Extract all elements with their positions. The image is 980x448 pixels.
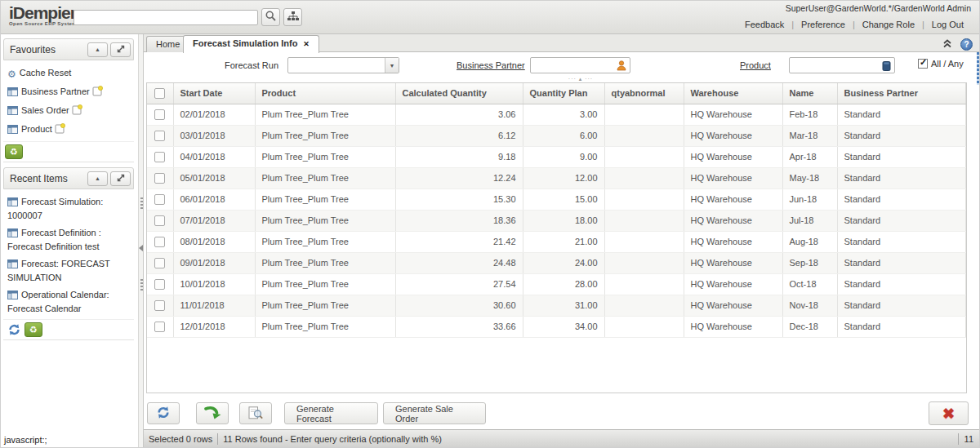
recent-item[interactable]: Forecast: FORECAST SIMULATION bbox=[6, 255, 131, 286]
row-checkbox[interactable] bbox=[154, 131, 165, 141]
table-row[interactable]: 06/01/2018Plum Tree_Plum Tree15.3015.00H… bbox=[147, 189, 966, 210]
menu-link-feedback[interactable]: Feedback bbox=[737, 20, 791, 29]
table-row[interactable]: 10/01/2018Plum Tree_Plum Tree27.5428.00H… bbox=[147, 273, 966, 295]
recent-item[interactable]: Forecast Definition : Forecast Definitio… bbox=[6, 224, 131, 255]
favourites-collapse-button[interactable]: ▲ bbox=[87, 42, 108, 57]
business-partner-field[interactable] bbox=[530, 57, 630, 73]
row-checkbox[interactable] bbox=[154, 258, 165, 268]
recent-item[interactable]: Forecast Simulation: 1000007 bbox=[6, 193, 131, 224]
row-checkbox[interactable] bbox=[154, 279, 165, 290]
favourites-expand-button[interactable] bbox=[110, 42, 131, 57]
table-row[interactable]: 12/01/2018Plum Tree_Plum Tree33.6634.00H… bbox=[147, 316, 966, 337]
splitter-grip bbox=[140, 197, 143, 209]
cell bbox=[604, 273, 684, 295]
row-checkbox[interactable] bbox=[154, 322, 165, 332]
refresh-button[interactable] bbox=[147, 402, 180, 424]
column-header-name[interactable]: Name bbox=[782, 83, 837, 104]
cell: Standard bbox=[837, 104, 966, 125]
recent-items-collapse-button[interactable]: ▲ bbox=[87, 171, 108, 186]
product-filter-label[interactable]: Product bbox=[740, 60, 771, 70]
rows-found-message: 11 Rows found - Enter query criteria (op… bbox=[218, 434, 957, 444]
table-row[interactable]: 02/01/2018Plum Tree_Plum Tree3.063.00HQ … bbox=[147, 104, 966, 125]
tab-close-icon[interactable]: ✕ bbox=[303, 40, 310, 48]
business-partner-person-icon[interactable] bbox=[615, 60, 628, 72]
favourite-item-product[interactable]: Product bbox=[6, 121, 131, 140]
row-checkbox[interactable] bbox=[154, 173, 165, 184]
recent-items-expand-button[interactable] bbox=[110, 171, 131, 186]
cell: HQ Warehouse bbox=[684, 231, 782, 252]
sidebar-splitter[interactable] bbox=[138, 34, 144, 447]
row-checkbox[interactable] bbox=[154, 194, 165, 205]
menu-link-preference[interactable]: Preference bbox=[794, 20, 853, 29]
product-field[interactable] bbox=[789, 57, 895, 73]
forecast-run-combobox[interactable]: ▼ bbox=[287, 57, 399, 73]
cell: HQ Warehouse bbox=[684, 210, 782, 231]
collapse-all-chevrons-icon[interactable] bbox=[942, 37, 952, 51]
cell bbox=[604, 295, 684, 316]
product-input[interactable] bbox=[790, 58, 894, 73]
column-header-business-partner[interactable]: Business Partner bbox=[837, 83, 966, 104]
chevron-down-icon[interactable]: ▼ bbox=[385, 58, 399, 73]
row-checkbox[interactable] bbox=[154, 215, 165, 226]
favourites-delete-bin-icon[interactable]: ♻ bbox=[5, 144, 23, 159]
table-row[interactable]: 09/01/2018Plum Tree_Plum Tree24.4824.00H… bbox=[147, 252, 966, 273]
tab-forecast-simulation-info[interactable]: Forecast Simulation Info✕ bbox=[183, 35, 319, 53]
cell bbox=[604, 125, 684, 146]
favourite-item-business-partner[interactable]: Business Partner bbox=[6, 83, 131, 102]
column-header-qtyabnormal[interactable]: qtyabnormal bbox=[604, 83, 684, 104]
generate-sale-order-button[interactable]: Generate Sale Order bbox=[383, 402, 486, 424]
recent-items-delete-bin-icon[interactable]: ♻ bbox=[24, 322, 42, 337]
zoom-record-button[interactable] bbox=[239, 402, 272, 424]
favourite-item-cache-reset[interactable]: ⚙Cache Reset bbox=[6, 64, 131, 83]
menu-link-log-out[interactable]: Log Out bbox=[924, 20, 971, 29]
query-expander[interactable]: ··· ▴ ··· bbox=[519, 76, 642, 82]
cell: 03/01/2018 bbox=[173, 125, 255, 146]
tabstrip-right-icons: ? bbox=[942, 37, 973, 51]
table-row[interactable]: 03/01/2018Plum Tree_Plum Tree6.126.00HQ … bbox=[147, 125, 966, 146]
row-checkbox[interactable] bbox=[154, 300, 165, 311]
recent-items-refresh-icon[interactable] bbox=[5, 322, 23, 337]
cell: Plum Tree_Plum Tree bbox=[255, 273, 395, 295]
cell: 6.12 bbox=[395, 125, 523, 146]
splitter-collapse-arrow-icon[interactable] bbox=[139, 245, 143, 251]
column-header-start-date[interactable]: Start Date bbox=[173, 83, 255, 104]
cell: 07/01/2018 bbox=[173, 210, 255, 231]
row-checkbox[interactable] bbox=[154, 109, 165, 120]
column-header-quantity-plan[interactable]: Quantity Plan bbox=[523, 83, 604, 104]
generate-forecast-button[interactable]: Generate Forecast bbox=[284, 402, 378, 424]
table-row[interactable]: 07/01/2018Plum Tree_Plum Tree18.3618.00H… bbox=[147, 210, 966, 231]
favourites-list: ⚙Cache ResetBusiness Partner Sales Order… bbox=[3, 60, 134, 141]
table-row[interactable]: 05/01/2018Plum Tree_Plum Tree12.2412.00H… bbox=[147, 167, 966, 189]
cell: HQ Warehouse bbox=[684, 146, 782, 167]
cancel-button[interactable]: ✖ bbox=[929, 401, 969, 425]
column-header-warehouse[interactable]: Warehouse bbox=[684, 83, 782, 104]
product-box-icon[interactable] bbox=[880, 60, 893, 72]
table-row[interactable]: 08/01/2018Plum Tree_Plum Tree21.4221.00H… bbox=[147, 231, 966, 252]
business-partner-filter-label[interactable]: Business Partner bbox=[457, 60, 525, 70]
row-checkbox[interactable] bbox=[154, 152, 165, 162]
table-row[interactable]: 04/01/2018Plum Tree_Plum Tree9.189.00HQ … bbox=[147, 146, 966, 167]
all-any-checkbox-group[interactable]: All / Any bbox=[918, 59, 964, 69]
ok-button[interactable] bbox=[196, 402, 229, 424]
recent-item-label: Forecast Definition : Forecast Definitio… bbox=[7, 228, 101, 251]
column-header-calculated-quantity[interactable]: Calculated Quantity bbox=[395, 83, 523, 104]
cell: Standard bbox=[837, 167, 966, 189]
row-checkbox[interactable] bbox=[154, 237, 165, 247]
cell bbox=[604, 189, 684, 210]
cell: Standard bbox=[837, 146, 966, 167]
column-header-product[interactable]: Product bbox=[255, 83, 395, 104]
table-row[interactable]: 11/01/2018Plum Tree_Plum Tree30.6031.00H… bbox=[147, 295, 966, 316]
select-all-checkbox[interactable] bbox=[154, 88, 165, 99]
help-icon[interactable]: ? bbox=[960, 38, 973, 51]
cell: Standard bbox=[837, 231, 966, 252]
global-search-input[interactable] bbox=[74, 10, 258, 25]
all-any-label: All / Any bbox=[931, 59, 964, 69]
row-checkbox-cell bbox=[147, 125, 173, 146]
search-button[interactable] bbox=[261, 8, 280, 26]
all-any-checkbox[interactable] bbox=[918, 59, 928, 69]
menu-lookup-button[interactable] bbox=[283, 8, 302, 26]
menu-link-change-role[interactable]: Change Role bbox=[855, 20, 922, 29]
favourite-item-sales-order[interactable]: Sales Order bbox=[6, 102, 131, 121]
recent-item[interactable]: Operational Calendar: Forecast Calendar bbox=[6, 286, 131, 317]
favourite-item-label: Business Partner bbox=[21, 86, 90, 96]
